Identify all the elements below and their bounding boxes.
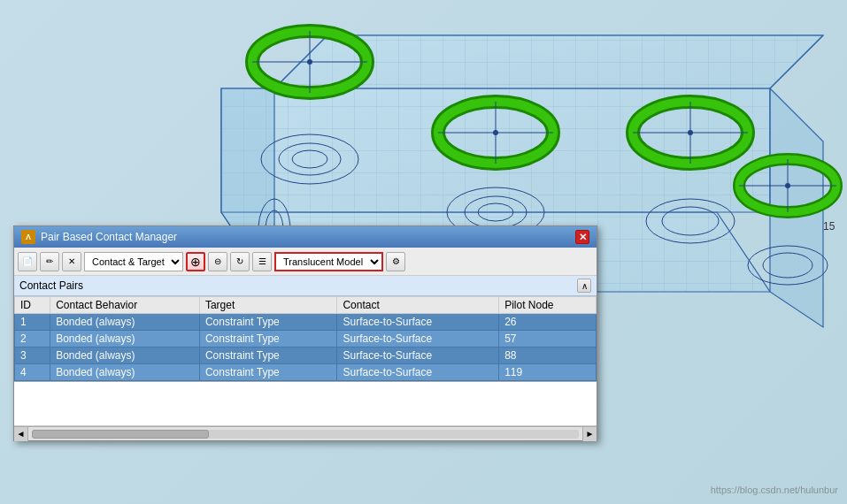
toolbar-refresh-button[interactable]: ↻ xyxy=(230,252,250,271)
cell-contact: Surface-to-Surface xyxy=(337,314,499,331)
svg-text:15: 15 xyxy=(823,220,835,233)
cell-contact: Surface-to-Surface xyxy=(337,364,499,381)
col-id: ID xyxy=(15,297,50,314)
contact-target-dropdown[interactable]: Contact & Target Contact Only Target Onl… xyxy=(84,252,183,271)
table-header: ID Contact Behavior Target Contact Pilot… xyxy=(15,297,597,314)
contact-pairs-table: ID Contact Behavior Target Contact Pilot… xyxy=(14,296,597,381)
scroll-right-button[interactable]: ► xyxy=(582,427,597,441)
scroll-thumb[interactable] xyxy=(32,430,209,439)
remove-icon: ⊖ xyxy=(214,256,221,266)
toolbar-remove-button[interactable]: ⊖ xyxy=(208,252,227,271)
toolbar: 📄 ✏ ✕ Contact & Target Contact Only Targ… xyxy=(14,248,597,276)
cell-id: 4 xyxy=(15,364,50,381)
dialog-window: Λ Pair Based Contact Manager ✕ 📄 ✏ ✕ Con… xyxy=(13,225,597,441)
cell-pilot: 26 xyxy=(499,314,597,331)
cell-id: 1 xyxy=(15,314,50,331)
close-button[interactable]: ✕ xyxy=(575,230,589,244)
watermark: https://blog.csdn.net/hulunbur xyxy=(711,485,838,495)
col-behavior: Contact Behavior xyxy=(50,297,200,314)
toolbar-delete-button[interactable]: ✕ xyxy=(62,252,81,271)
cell-pilot: 88 xyxy=(499,347,597,364)
cell-contact: Surface-to-Surface xyxy=(337,331,499,347)
empty-area xyxy=(14,382,597,426)
contact-pairs-section-header: Contact Pairs ∧ xyxy=(14,276,597,296)
toolbar-edit-button[interactable]: ✏ xyxy=(40,252,59,271)
display-mode-dropdown[interactable]: Translucent Model Opaque Model Wireframe xyxy=(274,252,383,271)
toolbar-new-button[interactable]: 📄 xyxy=(18,252,37,271)
edit-icon: ✏ xyxy=(46,256,53,266)
settings-icon: ⚙ xyxy=(392,256,400,266)
scroll-track[interactable] xyxy=(32,430,579,439)
scroll-left-button[interactable]: ◄ xyxy=(14,427,28,441)
collapse-button[interactable]: ∧ xyxy=(577,279,591,293)
new-icon: 📄 xyxy=(22,256,33,266)
titlebar-left: Λ Pair Based Contact Manager xyxy=(21,230,177,244)
cell-target: Constraint Type xyxy=(199,331,337,347)
cell-id: 2 xyxy=(15,331,50,347)
table-body: 1 Bonded (always) Constraint Type Surfac… xyxy=(15,314,597,381)
contact-pairs-table-container[interactable]: ID Contact Behavior Target Contact Pilot… xyxy=(14,296,597,382)
table-row[interactable]: 1 Bonded (always) Constraint Type Surfac… xyxy=(15,314,597,331)
list-icon: ☰ xyxy=(258,256,266,266)
cell-target: Constraint Type xyxy=(199,347,337,364)
refresh-icon: ↻ xyxy=(236,256,243,266)
cell-behavior: Bonded (always) xyxy=(50,331,200,347)
cell-target: Constraint Type xyxy=(199,364,337,381)
cell-behavior: Bonded (always) xyxy=(50,364,200,381)
cell-behavior: Bonded (always) xyxy=(50,347,200,364)
svg-point-30 xyxy=(785,183,790,188)
cell-contact: Surface-to-Surface xyxy=(337,347,499,364)
table-row[interactable]: 4 Bonded (always) Constraint Type Surfac… xyxy=(15,364,597,381)
col-pilot: Pilot Node xyxy=(499,297,597,314)
svg-point-15 xyxy=(307,59,312,65)
table-row[interactable]: 2 Bonded (always) Constraint Type Surfac… xyxy=(15,331,597,347)
delete-icon: ✕ xyxy=(68,256,75,266)
cell-pilot: 119 xyxy=(499,364,597,381)
dialog-title: Pair Based Contact Manager xyxy=(41,231,177,243)
table-row[interactable]: 3 Bonded (always) Constraint Type Surfac… xyxy=(15,347,597,364)
cell-behavior: Bonded (always) xyxy=(50,314,200,331)
app-icon: Λ xyxy=(21,230,35,244)
collapse-icon: ∧ xyxy=(581,281,588,291)
add-icon: ⊕ xyxy=(190,255,201,269)
dialog-titlebar: Λ Pair Based Contact Manager ✕ xyxy=(14,226,597,248)
toolbar-list-button[interactable]: ☰ xyxy=(252,252,272,271)
cell-id: 3 xyxy=(15,347,50,364)
toolbar-settings-button[interactable]: ⚙ xyxy=(386,252,405,271)
toolbar-add-button[interactable]: ⊕ xyxy=(186,252,205,271)
horizontal-scrollbar[interactable]: ◄ ► xyxy=(14,426,597,440)
contact-pairs-label: Contact Pairs xyxy=(19,279,83,292)
svg-point-25 xyxy=(688,130,693,135)
cell-target: Constraint Type xyxy=(199,314,337,331)
col-target: Target xyxy=(199,297,337,314)
svg-point-20 xyxy=(493,130,498,135)
col-contact: Contact xyxy=(337,297,499,314)
cell-pilot: 57 xyxy=(499,331,597,347)
